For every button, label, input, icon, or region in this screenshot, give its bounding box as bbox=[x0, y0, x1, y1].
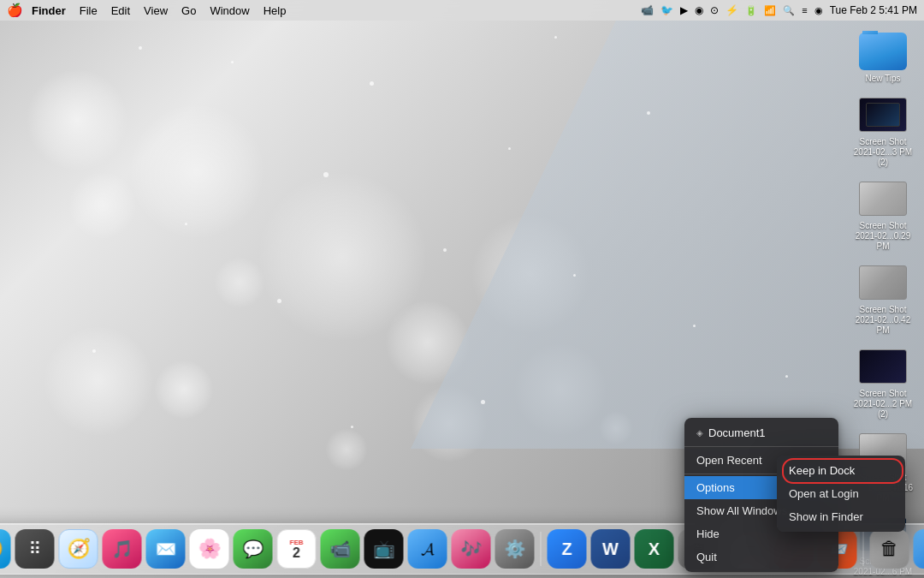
bluetooth-icon[interactable]: ⚡ bbox=[726, 4, 738, 16]
dock-messages[interactable]: 💬 bbox=[234, 529, 273, 569]
meeticons-icon[interactable]: 📹 bbox=[641, 4, 654, 16]
keep-in-dock-item[interactable]: Keep in Dock bbox=[777, 459, 905, 482]
help-menu[interactable]: Help bbox=[264, 4, 287, 17]
menubar: 🍎 Finder File Edit View Go Window Help 📹… bbox=[0, 0, 924, 21]
dock-trash[interactable]: 🗑 bbox=[870, 529, 909, 569]
go-menu[interactable]: Go bbox=[181, 4, 196, 17]
desktop-icon-label: Screen Shot2021-02...2 PM (2) bbox=[852, 389, 914, 420]
battery-icon[interactable]: 🔋 bbox=[745, 5, 757, 16]
dock-zoom[interactable]: Z bbox=[548, 529, 587, 569]
view-menu[interactable]: View bbox=[144, 4, 168, 17]
dock-sysprefs[interactable]: ⚙️ bbox=[495, 529, 535, 569]
desktop-icon-label: Screen Shot2021-02...3 PM (2) bbox=[852, 137, 914, 168]
dock-itunes[interactable]: 🎶 bbox=[452, 529, 491, 569]
search-icon[interactable]: 🔍 bbox=[783, 5, 795, 16]
circle2-icon[interactable]: ⊙ bbox=[710, 4, 719, 16]
quit-item[interactable]: Quit bbox=[684, 545, 838, 569]
desktop-icon-screenshot4[interactable]: Screen Shot2021-02...2 PM (2) bbox=[849, 343, 917, 423]
desktop-icon-label: Screen Shot2021-02...0.29 PM bbox=[852, 221, 914, 252]
dock-music[interactable]: 🎵 bbox=[103, 529, 142, 569]
desktop-icon-screenshot1[interactable]: Screen Shot2021-02...3 PM (2) bbox=[849, 91, 917, 171]
circle1-icon[interactable]: ◉ bbox=[695, 4, 703, 16]
dock-appstore[interactable]: 𝓐 bbox=[408, 529, 447, 569]
dock-photos[interactable]: 🌸 bbox=[190, 529, 229, 569]
submenu: Keep in Dock Open at Login Show in Finde… bbox=[777, 456, 905, 532]
context-menu-header: ◈ Document1 bbox=[684, 421, 838, 444]
dock-downloads[interactable]: ⬇ bbox=[914, 529, 925, 569]
dock-excel[interactable]: X bbox=[635, 529, 674, 569]
desktop: 🍎 Finder File Edit View Go Window Help 📹… bbox=[0, 0, 924, 578]
weibo-icon[interactable]: 🐦 bbox=[660, 4, 673, 16]
desktop-icon-new-tips[interactable]: New Tips bbox=[849, 27, 917, 87]
send-icon[interactable]: ▶ bbox=[680, 4, 688, 16]
window-menu[interactable]: Window bbox=[210, 4, 249, 17]
app-name[interactable]: Finder bbox=[32, 4, 66, 17]
desktop-icon-screenshot2[interactable]: Screen Shot2021-02...0.29 PM bbox=[849, 175, 917, 255]
dock-word[interactable]: W bbox=[591, 529, 631, 569]
dock-launchpad[interactable]: ⠿ bbox=[15, 529, 55, 569]
desktop-icon-label: Screen Shot2021-02...0.42 PM bbox=[852, 305, 914, 336]
dock-separator bbox=[541, 532, 542, 566]
dock-safari[interactable]: 🧭 bbox=[59, 529, 98, 569]
dock-facetime[interactable]: 📹 bbox=[321, 529, 360, 569]
dock-separator3 bbox=[863, 532, 864, 566]
edit-menu[interactable]: Edit bbox=[111, 4, 130, 17]
show-in-finder-item[interactable]: Show in Finder bbox=[777, 505, 905, 528]
dock-appletv[interactable]: 📺 bbox=[364, 529, 404, 569]
file-menu[interactable]: File bbox=[80, 4, 98, 17]
control-icon[interactable]: ≡ bbox=[802, 5, 807, 15]
open-at-login-item[interactable]: Open at Login bbox=[777, 482, 905, 505]
siri-icon[interactable]: ◉ bbox=[814, 5, 823, 16]
dock-calendar[interactable]: FEB 2 bbox=[277, 529, 317, 569]
diamond-icon: ◈ bbox=[696, 428, 703, 438]
desktop-icon-screenshot3[interactable]: Screen Shot2021-02...0.42 PM bbox=[849, 259, 917, 339]
dock-mail[interactable]: ✉️ bbox=[146, 529, 186, 569]
wifi-icon[interactable]: 📶 bbox=[764, 5, 776, 16]
apple-menu-icon[interactable]: 🍎 bbox=[7, 3, 23, 18]
desktop-icon-label: New Tips bbox=[865, 74, 900, 84]
divider bbox=[684, 446, 838, 447]
clock: Tue Feb 2 5:41 PM bbox=[830, 4, 917, 16]
dock-finder[interactable]: 🙂 bbox=[0, 529, 11, 569]
